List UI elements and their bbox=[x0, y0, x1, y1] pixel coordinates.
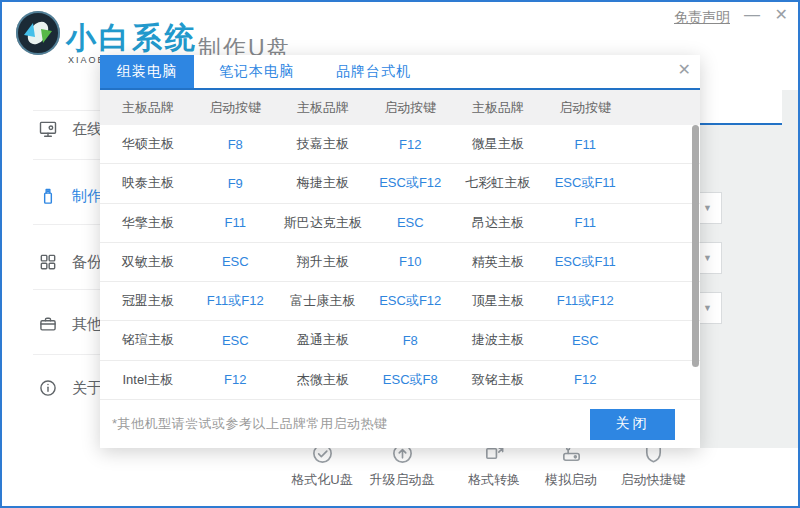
toolbar-item-label: 格式转换 bbox=[454, 471, 534, 489]
board-brand: 微星主板 bbox=[454, 135, 542, 153]
boot-key: F8 bbox=[367, 333, 455, 348]
boot-hotkey-button[interactable]: 启动快捷键 bbox=[613, 442, 693, 489]
toolbar-item-label: 格式化U盘 bbox=[282, 471, 362, 489]
sidebar-divider bbox=[33, 354, 100, 355]
format-convert-button[interactable]: 格式转换 bbox=[454, 442, 534, 489]
minimize-icon[interactable]: — bbox=[744, 5, 760, 25]
disclaimer-link[interactable]: 免责声明 bbox=[674, 9, 730, 27]
board-brand: 翔升主板 bbox=[279, 253, 367, 271]
boot-key: ESC或F12 bbox=[367, 174, 455, 192]
sidebar-item-online[interactable]: 在线 bbox=[2, 113, 100, 145]
board-brand: 技嘉主板 bbox=[279, 135, 367, 153]
boot-key: F8 bbox=[192, 137, 280, 152]
sidebar-divider bbox=[33, 224, 100, 225]
column-header: 主板品牌 bbox=[279, 99, 367, 117]
close-dialog-button[interactable]: 关闭 bbox=[590, 409, 675, 440]
boot-key: F11 bbox=[542, 137, 630, 152]
info-icon bbox=[38, 378, 58, 398]
tab-laptop[interactable]: 笔记本电脑 bbox=[202, 55, 311, 88]
board-brand: 冠盟主板 bbox=[104, 292, 192, 310]
app-logo-icon bbox=[14, 9, 62, 57]
board-brand: 致铭主板 bbox=[454, 371, 542, 389]
table-row: 冠盟主板 F11或F12 富士康主板 ESC或F12 顶星主板 F11或F12 bbox=[100, 282, 700, 321]
board-brand: 盈通主板 bbox=[279, 331, 367, 349]
boot-key: ESC bbox=[192, 333, 280, 348]
sidebar-item-label: 备份 bbox=[72, 253, 100, 272]
toolbar-item-label: 升级启动盘 bbox=[362, 471, 442, 489]
board-brand: 映泰主板 bbox=[104, 174, 192, 192]
sidebar: 在线 制作 备份 其他 关 bbox=[2, 90, 100, 448]
app-title: 小白系统 bbox=[66, 18, 198, 59]
boot-key: ESC bbox=[542, 333, 630, 348]
window-close-icon[interactable]: ✕ bbox=[775, 5, 788, 25]
sidebar-item-backup[interactable]: 备份 bbox=[2, 246, 100, 278]
board-brand: 捷波主板 bbox=[454, 331, 542, 349]
tab-brand-desktop[interactable]: 品牌台式机 bbox=[319, 55, 428, 88]
boot-key: ESC或F11 bbox=[542, 253, 630, 271]
board-brand: 华擎主板 bbox=[104, 214, 192, 232]
board-brand: 双敏主板 bbox=[104, 253, 192, 271]
dialog-footer: *其他机型请尝试或参考以上品牌常用启动热键 关闭 bbox=[100, 400, 700, 448]
column-header: 主板品牌 bbox=[454, 99, 542, 117]
board-brand: 七彩虹主板 bbox=[454, 174, 542, 192]
board-brand: 铭瑄主板 bbox=[104, 331, 192, 349]
format-usb-button[interactable]: 格式化U盘 bbox=[282, 442, 362, 489]
usb-icon bbox=[38, 186, 58, 206]
boot-key: F11或F12 bbox=[192, 292, 280, 310]
table-header-row: 主板品牌 启动按键 主板品牌 启动按键 主板品牌 启动按键 bbox=[100, 90, 700, 125]
boot-key: F12 bbox=[542, 372, 630, 387]
table-row: 华硕主板 F8 技嘉主板 F12 微星主板 F11 bbox=[100, 125, 700, 164]
boot-key: ESC或F12 bbox=[367, 292, 455, 310]
board-brand: 斯巴达克主板 bbox=[279, 214, 367, 232]
grid-icon bbox=[38, 252, 58, 272]
sidebar-divider bbox=[33, 289, 100, 290]
sidebar-item-label: 在线 bbox=[72, 120, 100, 139]
tab-assembled-pc[interactable]: 组装电脑 bbox=[100, 55, 194, 88]
board-brand: 精英主板 bbox=[454, 253, 542, 271]
boot-key: ESC bbox=[367, 215, 455, 230]
column-header: 启动按键 bbox=[192, 99, 280, 117]
app-window: 小白系统 XIAOBAISYSTEM 制作U盘 免责声明 — ✕ 在线 制作 bbox=[0, 0, 800, 508]
simulate-boot-button[interactable]: 模拟启动 bbox=[531, 442, 611, 489]
bottom-toolbar: 格式化U盘 升级启动盘 格式转换 模拟启动 启动快捷键 bbox=[2, 448, 798, 508]
board-brand: 梅捷主板 bbox=[279, 174, 367, 192]
dialog-tabs: 组装电脑 笔记本电脑 品牌台式机 ✕ bbox=[100, 55, 700, 90]
upgrade-bootdisk-button[interactable]: 升级启动盘 bbox=[362, 442, 442, 489]
scrollbar-thumb[interactable] bbox=[692, 125, 699, 367]
sidebar-item-make[interactable]: 制作 bbox=[2, 180, 100, 212]
sidebar-item-other[interactable]: 其他 bbox=[2, 308, 100, 340]
chevron-down-icon: ▼ bbox=[703, 203, 712, 213]
board-brand: 杰微主板 bbox=[279, 371, 367, 389]
boot-key: ESC bbox=[192, 254, 280, 269]
table-row: 映泰主板 F9 梅捷主板 ESC或F12 七彩虹主板 ESC或F11 bbox=[100, 164, 700, 203]
dialog-close-icon[interactable]: ✕ bbox=[678, 60, 691, 79]
table-row: 铭瑄主板 ESC 盈通主板 F8 捷波主板 ESC bbox=[100, 321, 700, 360]
sidebar-item-label: 制作 bbox=[72, 187, 100, 206]
column-header: 主板品牌 bbox=[104, 99, 192, 117]
boot-key: ESC或F11 bbox=[542, 174, 630, 192]
board-brand: 昂达主板 bbox=[454, 214, 542, 232]
boot-key: F12 bbox=[367, 137, 455, 152]
page-content-strip: ▼ ▼ ▼ bbox=[700, 90, 800, 448]
board-brand: 顶星主板 bbox=[454, 292, 542, 310]
table-row: 双敏主板 ESC 翔升主板 F10 精英主板 ESC或F11 bbox=[100, 243, 700, 282]
column-header: 启动按键 bbox=[367, 99, 455, 117]
toolbar-item-label: 启动快捷键 bbox=[613, 471, 693, 489]
boot-hotkey-dialog: 组装电脑 笔记本电脑 品牌台式机 ✕ 主板品牌 启动按键 主板品牌 启动按键 主… bbox=[100, 55, 700, 448]
boot-key: F12 bbox=[192, 372, 280, 387]
sidebar-item-label: 关于 bbox=[72, 379, 100, 398]
sidebar-divider bbox=[33, 110, 100, 111]
briefcase-icon bbox=[38, 314, 58, 334]
table-row: Intel主板 F12 杰微主板 ESC或F8 致铭主板 F12 bbox=[100, 361, 700, 400]
footer-note: *其他机型请尝试或参考以上品牌常用启动热键 bbox=[112, 415, 388, 433]
page-section-tab bbox=[700, 90, 782, 125]
table-row: 华擎主板 F11 斯巴达克主板 ESC 昂达主板 F11 bbox=[100, 204, 700, 243]
sidebar-item-about[interactable]: 关于 bbox=[2, 372, 100, 404]
toolbar-item-label: 模拟启动 bbox=[531, 471, 611, 489]
hotkey-table: 华硕主板 F8 技嘉主板 F12 微星主板 F11 映泰主板 F9 梅捷主板 E… bbox=[100, 125, 700, 400]
boot-key: ESC或F8 bbox=[367, 371, 455, 389]
boot-key: F9 bbox=[192, 176, 280, 191]
sidebar-item-label: 其他 bbox=[72, 315, 100, 334]
column-header: 启动按键 bbox=[542, 99, 630, 117]
board-brand: Intel主板 bbox=[104, 371, 192, 389]
